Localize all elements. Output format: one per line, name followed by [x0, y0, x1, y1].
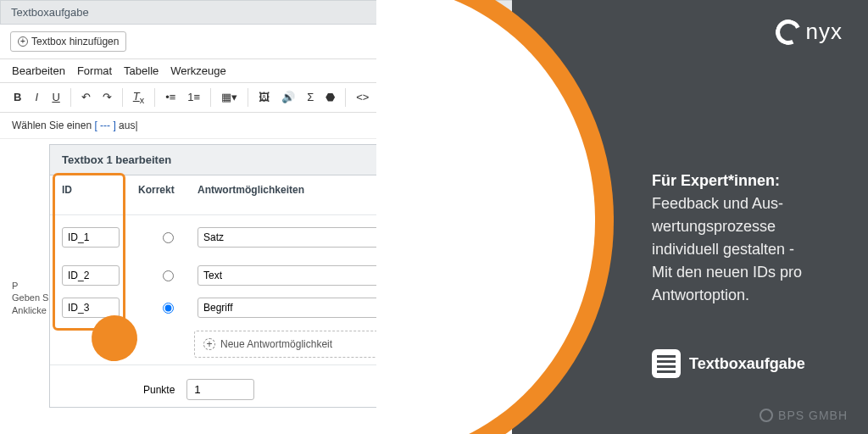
page-title: Textboxaufgabe: [11, 6, 89, 19]
task-type-label: Textboxaufgabe: [689, 355, 805, 373]
clear-format-button[interactable]: Tx: [128, 86, 149, 108]
points-input[interactable]: [186, 379, 254, 400]
col-correct: Korrekt: [138, 184, 198, 196]
italic-button[interactable]: I: [28, 87, 45, 107]
undo-button[interactable]: ↶: [76, 87, 96, 107]
editor-text-prefix: Wählen Sie einen: [12, 120, 94, 131]
menu-edit[interactable]: Bearbeiten: [12, 64, 65, 77]
promo-panel: nyx Für Expert*innen: Feedback und Aus- …: [512, 0, 868, 434]
status-bar-fragment: P Geben S Anklicke: [12, 280, 48, 316]
formula-button[interactable]: Σ: [302, 87, 319, 107]
promo-body: Feedback und Aus- wertungsprozesse indiv…: [652, 195, 802, 303]
bullet-list-button[interactable]: •≡: [160, 87, 181, 107]
number-list-button[interactable]: 1≡: [182, 87, 205, 107]
menu-tools[interactable]: Werkzeuge: [170, 64, 226, 77]
textbox-task-icon: [652, 349, 681, 378]
company-footer: BPS GMBH: [760, 409, 848, 422]
logo-c-icon: [771, 15, 804, 47]
correct-radio[interactable]: [163, 232, 174, 243]
audio-button[interactable]: 🔊: [276, 87, 300, 107]
col-id: ID: [62, 184, 138, 196]
menu-format[interactable]: Format: [77, 64, 112, 77]
company-name: BPS GMBH: [778, 409, 848, 422]
add-answer-label: Neue Antwortmöglichkeit: [220, 338, 332, 350]
promo-heading: Für Expert*innen:: [652, 172, 780, 189]
menu-table[interactable]: Tabelle: [124, 64, 159, 77]
table-button[interactable]: ▦▾: [216, 87, 242, 107]
underline-button[interactable]: U: [47, 87, 64, 107]
object-button[interactable]: ⬣: [320, 87, 340, 107]
id-input[interactable]: [62, 227, 120, 248]
redo-button[interactable]: ↷: [97, 87, 117, 107]
gap-placeholder[interactable]: [ --- ]: [94, 120, 115, 131]
task-type-row: Textboxaufgabe: [652, 349, 851, 378]
plus-icon: +: [18, 36, 28, 47]
points-label: Punkte: [143, 384, 175, 396]
bps-logo-icon: [760, 409, 773, 422]
plus-icon: +: [203, 338, 215, 350]
bold-button[interactable]: B: [8, 87, 26, 107]
correct-radio[interactable]: [163, 270, 174, 281]
add-textbox-button[interactable]: + Textbox hinzufügen: [10, 31, 126, 52]
editor-text-suffix: aus: [116, 120, 136, 131]
promo-text: Für Expert*innen: Feedback und Aus- wert…: [652, 170, 851, 307]
id-input[interactable]: [62, 265, 120, 286]
onyx-logo: nyx: [776, 19, 843, 45]
correct-radio[interactable]: [163, 303, 174, 314]
logo-text: nyx: [806, 19, 843, 45]
add-textbox-label: Textbox hinzufügen: [31, 36, 119, 47]
code-button[interactable]: <>: [351, 87, 374, 107]
image-button[interactable]: 🖼: [253, 87, 275, 107]
